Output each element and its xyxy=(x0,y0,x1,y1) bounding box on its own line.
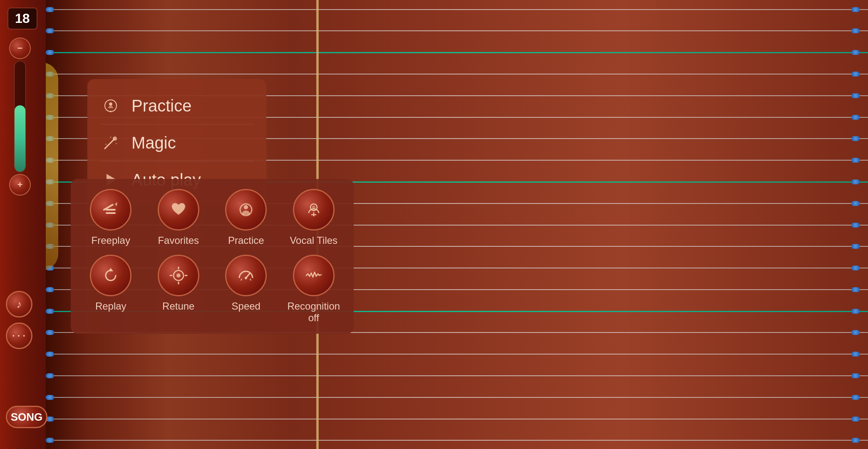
peg-right-6 xyxy=(851,136,860,141)
peg-left-16 xyxy=(46,352,54,357)
favorites-label: Favorites xyxy=(158,235,199,246)
peg-right-13 xyxy=(851,287,860,292)
freeplay-label: Freeplay xyxy=(92,235,130,246)
menu-item-practice[interactable]: Practice xyxy=(100,87,254,124)
favorites-icon-circle xyxy=(158,189,199,231)
sub-item-favorites[interactable]: Favorites xyxy=(147,189,211,246)
string-16 xyxy=(46,354,868,355)
speed-label: Speed xyxy=(232,300,260,312)
peg-left-2 xyxy=(46,50,54,55)
peg-right-16 xyxy=(851,352,860,357)
peg-right-12 xyxy=(851,265,860,270)
sub-item-practice[interactable]: Practice xyxy=(214,189,278,246)
string-0 xyxy=(46,9,868,10)
svg-point-12 xyxy=(176,273,181,278)
svg-point-0 xyxy=(109,102,112,106)
peg-left-20 xyxy=(46,438,54,443)
music-icon: ♪ xyxy=(17,298,22,311)
peg-right-18 xyxy=(851,395,860,400)
peg-right-4 xyxy=(851,93,860,98)
practice2-icon-circle xyxy=(225,189,267,231)
peg-right-0 xyxy=(851,7,860,12)
peg-left-17 xyxy=(46,373,54,378)
peg-left-18 xyxy=(46,395,54,400)
speed-icon-circle xyxy=(225,255,267,296)
sub-item-freeplay[interactable]: Freeplay xyxy=(79,189,143,246)
song-button[interactable]: SONG xyxy=(6,406,47,428)
string-19 xyxy=(46,419,868,419)
volume-up-button[interactable]: + xyxy=(9,174,31,196)
sub-item-vocal-tiles[interactable]: Vocal Tiles xyxy=(282,189,346,246)
sub-item-retune[interactable]: Retune xyxy=(147,255,211,324)
peg-right-17 xyxy=(851,373,860,378)
magic-icon xyxy=(100,132,122,154)
peg-right-15 xyxy=(851,330,860,335)
vocal-tiles-label: Vocal Tiles xyxy=(290,235,337,246)
number-badge: 18 xyxy=(7,7,37,30)
peg-right-14 xyxy=(851,309,860,314)
peg-right-2 xyxy=(851,50,860,55)
practice-label: Practice xyxy=(131,97,192,115)
peg-right-9 xyxy=(851,201,860,206)
string-20 xyxy=(46,440,868,441)
sub-item-replay[interactable]: Replay xyxy=(79,255,143,324)
svg-point-17 xyxy=(245,277,247,279)
peg-right-1 xyxy=(851,28,860,33)
string-18 xyxy=(46,397,868,398)
menu-item-magic[interactable]: Magic xyxy=(100,124,254,161)
retune-icon-circle xyxy=(158,255,199,296)
svg-marker-10 xyxy=(108,268,113,271)
svg-rect-5 xyxy=(106,212,116,214)
volume-control: − + xyxy=(8,37,32,196)
peg-right-5 xyxy=(851,115,860,120)
practice-icon xyxy=(100,95,122,117)
volume-track[interactable] xyxy=(14,61,26,173)
sub-item-speed[interactable]: Speed xyxy=(214,255,278,324)
peg-right-3 xyxy=(851,72,860,77)
peg-right-8 xyxy=(851,179,860,184)
practice2-label: Practice xyxy=(228,235,264,246)
recognition-off-label: Recognition off xyxy=(282,300,346,324)
bottom-buttons: ♪ • • • xyxy=(6,291,32,349)
replay-label: Replay xyxy=(95,300,126,312)
peg-right-7 xyxy=(851,158,860,163)
volume-fill xyxy=(15,105,25,172)
peg-right-19 xyxy=(851,417,860,422)
more-button[interactable]: • • • xyxy=(6,322,32,349)
sub-item-recognition-off[interactable]: Recognition off xyxy=(282,255,346,324)
more-icon: • • • xyxy=(12,332,26,339)
freeplay-icon-circle xyxy=(90,189,131,231)
peg-left-1 xyxy=(46,28,54,33)
peg-left-0 xyxy=(46,7,54,12)
retune-label: Retune xyxy=(162,300,194,312)
string-17 xyxy=(46,375,868,376)
svg-point-7 xyxy=(244,205,248,209)
music-button[interactable]: ♪ xyxy=(6,291,32,318)
svg-point-1 xyxy=(113,136,117,141)
vocal-tiles-icon-circle xyxy=(293,189,335,231)
string-3 xyxy=(46,74,868,74)
sub-menu-panel: Freeplay Favorites Practice xyxy=(71,179,354,334)
replay-icon-circle xyxy=(90,255,131,296)
sub-menu-grid: Freeplay Favorites Practice xyxy=(79,189,345,324)
recognition-off-icon-circle xyxy=(293,255,335,296)
peg-right-20 xyxy=(851,438,860,443)
volume-down-button[interactable]: − xyxy=(9,37,31,59)
magic-label: Magic xyxy=(131,134,176,152)
peg-left-14 xyxy=(46,309,54,314)
peg-left-15 xyxy=(46,330,54,335)
peg-right-10 xyxy=(851,223,860,228)
string-2 xyxy=(46,52,868,53)
svg-rect-4 xyxy=(106,209,116,211)
peg-right-11 xyxy=(851,244,860,249)
peg-left-13 xyxy=(46,287,54,292)
string-1 xyxy=(46,30,868,31)
